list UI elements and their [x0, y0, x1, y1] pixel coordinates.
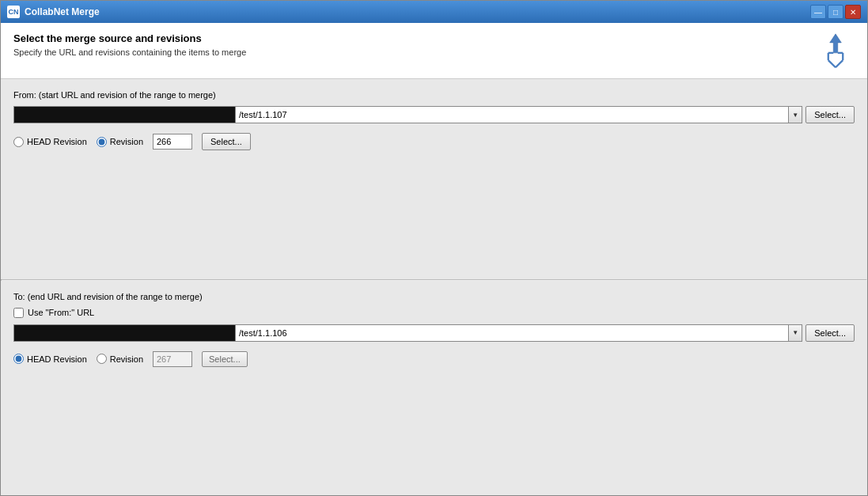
to-revision-radio[interactable] [97, 354, 107, 364]
close-button[interactable]: ✕ [845, 5, 861, 19]
from-url-redacted [13, 106, 235, 123]
from-section: From: (start URL and revision of the ran… [1, 79, 867, 161]
from-head-radio[interactable] [13, 137, 24, 147]
use-from-url-row: Use "From:" URL [13, 308, 855, 318]
svg-line-6 [836, 60, 843, 67]
from-revision-input[interactable] [153, 134, 192, 150]
to-url-dropdown[interactable]: ▼ [788, 324, 802, 342]
bottom-spacer [1, 378, 867, 496]
svg-marker-0 [830, 34, 842, 53]
to-revision-option[interactable]: Revision [97, 354, 143, 364]
to-revision-input[interactable] [153, 351, 192, 367]
from-head-label: HEAD Revision [27, 137, 87, 146]
titlebar-left: CN CollabNet Merge [7, 6, 100, 18]
to-head-radio[interactable] [13, 354, 24, 364]
header-text: Select the merge source and revisions Sp… [13, 32, 246, 57]
from-head-revision-option[interactable]: HEAD Revision [13, 137, 87, 147]
minimize-button[interactable]: — [810, 5, 826, 19]
from-rev-select-button[interactable]: Select... [202, 133, 251, 150]
from-url-visible[interactable]: /test/1.1.107 [235, 106, 788, 123]
to-url-row: /test/1.1.106 ▼ Select... [13, 324, 855, 342]
from-revision-row: HEAD Revision Revision Select... [13, 130, 855, 153]
window-title: CollabNet Merge [25, 6, 100, 17]
from-revision-option[interactable]: Revision [97, 137, 143, 147]
to-revision-row: HEAD Revision Revision Select... [13, 348, 855, 370]
main-window: CN CollabNet Merge — □ ✕ Select the merg… [0, 0, 868, 496]
svg-line-5 [828, 60, 836, 67]
to-head-label: HEAD Revision [27, 354, 87, 364]
from-url-select-button[interactable]: Select... [805, 106, 855, 123]
to-head-revision-option[interactable]: HEAD Revision [13, 354, 87, 364]
main-body: From: (start URL and revision of the ran… [1, 79, 867, 495]
to-revision-label: Revision [110, 354, 143, 364]
page-subtitle: Specify the URL and revisions containing… [13, 47, 246, 57]
page-title: Select the merge source and revisions [13, 32, 246, 44]
merge-icon [817, 32, 855, 70]
titlebar: CN CollabNet Merge — □ ✕ [1, 1, 867, 23]
to-rev-select-button[interactable]: Select... [202, 351, 248, 367]
content-area: Select the merge source and revisions Sp… [1, 23, 867, 495]
use-from-url-label: Use "From:" URL [28, 308, 94, 317]
restore-button[interactable]: □ [828, 5, 843, 19]
from-revision-radio[interactable] [97, 137, 107, 147]
to-url-redacted [13, 324, 235, 342]
to-url-visible[interactable]: /test/1.1.106 [235, 324, 788, 342]
from-url-row: /test/1.1.107 ▼ Select... [13, 106, 855, 123]
from-url-input-container: /test/1.1.107 ▼ [13, 106, 802, 123]
use-from-url-checkbox[interactable] [13, 308, 24, 318]
window-controls: — □ ✕ [810, 5, 861, 19]
middle-spacer [1, 161, 867, 279]
to-url-select-button[interactable]: Select... [805, 324, 855, 342]
header-section: Select the merge source and revisions Sp… [1, 23, 867, 79]
from-revision-label: Revision [110, 137, 143, 146]
to-url-input-container: /test/1.1.106 ▼ [13, 324, 802, 342]
to-label: To: (end URL and revision of the range t… [13, 292, 855, 301]
to-section: To: (end URL and revision of the range t… [1, 281, 867, 378]
app-icon: CN [7, 6, 20, 18]
from-url-dropdown[interactable]: ▼ [788, 106, 802, 123]
from-label: From: (start URL and revision of the ran… [13, 90, 855, 100]
